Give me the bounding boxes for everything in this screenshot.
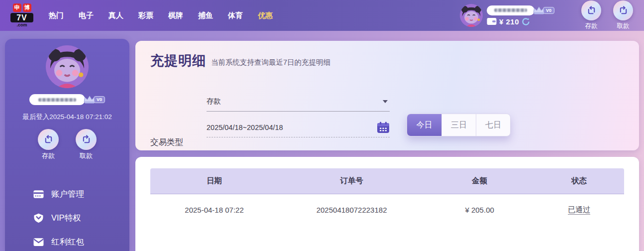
sidebar-vip-crown: V0 <box>83 95 105 104</box>
topbar: 申 博 7V .com 热门 电子 真人 彩票 棋牌 捕鱼 体育 优惠 <box>0 0 644 31</box>
cell-date: 2025-04-18 07:22 <box>150 206 278 214</box>
withdraw-transfer-icon <box>76 129 97 150</box>
nav-item-live[interactable]: 真人 <box>108 11 123 20</box>
filter-panel: 充提明细 当前系统支持查询最近7日的充提明细 交易类型 存款 交易日期 2025… <box>135 41 639 150</box>
tab-seven-days[interactable]: 七日 <box>476 114 510 136</box>
vip-crown: V0 <box>533 6 554 15</box>
sidebar-item-account[interactable]: 账户管理 <box>33 182 129 206</box>
deposit-label: 存款 <box>585 22 598 30</box>
nav-item-slots[interactable]: 电子 <box>79 11 94 20</box>
nav-item-lottery[interactable]: 彩票 <box>138 11 153 20</box>
vip-level-badge: V0 <box>543 7 554 14</box>
transaction-type-label: 交易类型 <box>150 137 183 148</box>
status-approved[interactable]: 已通过 <box>568 205 590 215</box>
user-avatar[interactable] <box>460 4 483 27</box>
vip-level-badge: V0 <box>94 96 105 103</box>
sidebar-menu: 账户管理 VIP特权 红利红包 <box>5 182 129 251</box>
tab-today[interactable]: 今日 <box>407 114 441 136</box>
username-blur <box>494 8 527 12</box>
vip-shield-icon <box>33 213 44 223</box>
wallet-icon <box>487 17 497 25</box>
col-date: 日期 <box>150 176 278 186</box>
page-title: 充提明细 <box>150 52 206 70</box>
logo-badges: 申 博 <box>8 3 36 12</box>
withdraw-button[interactable]: 取款 <box>610 0 636 30</box>
transactions-panel: 日期 订单号 金额 状态 2025-04-18 07:22 2025041807… <box>135 157 639 251</box>
page-header: 充提明细 当前系统支持查询最近7日的充提明细 <box>150 52 330 70</box>
last-login: 最后登入2025-04-18 07:21:02 <box>22 113 111 122</box>
calendar-icon[interactable] <box>377 122 390 133</box>
user-meta: V0 ¥ 210 <box>487 5 554 26</box>
main-nav: 热门 电子 真人 彩票 棋牌 捕鱼 体育 优惠 <box>49 11 273 20</box>
nav-item-fishing[interactable]: 捕鱼 <box>198 11 213 20</box>
sidebar-item-bonus[interactable]: 红利红包 <box>33 230 129 251</box>
deposit-transfer-icon <box>38 129 59 150</box>
withdraw-label: 取款 <box>80 151 93 160</box>
logo-name: 7V <box>10 13 33 22</box>
topbar-quick-actions: 存款 取款 <box>578 0 636 30</box>
withdraw-label: 取款 <box>617 22 630 30</box>
col-amount: 金额 <box>425 176 534 186</box>
refresh-balance-icon[interactable] <box>522 17 530 26</box>
col-status: 状态 <box>534 176 624 186</box>
sidebar-item-label: 红利红包 <box>51 237 84 248</box>
balance-amount: ¥ 210 <box>499 17 519 26</box>
logo-badge-right: 博 <box>23 3 31 12</box>
cell-amount: ¥ 205.00 <box>425 206 534 214</box>
transaction-type-value: 存款 <box>207 97 221 106</box>
sidebar-username-masked <box>29 94 85 105</box>
avatar-illustration <box>460 4 483 27</box>
logo-badge-left: 申 <box>13 3 21 12</box>
logo-tld: .com <box>8 22 36 27</box>
deposit-transfer-icon <box>581 0 601 20</box>
user-info: V0 ¥ 210 <box>460 4 554 27</box>
withdraw-transfer-icon <box>613 0 633 20</box>
sidebar-avatar <box>46 45 89 88</box>
deposit-button[interactable]: 存款 <box>578 0 604 30</box>
nav-item-sports[interactable]: 体育 <box>228 11 243 20</box>
sidebar-quick-actions: 存款 取款 <box>35 129 99 160</box>
sidebar: V0 最后登入2025-04-18 07:21:02 存款 <box>5 39 129 251</box>
site-logo[interactable]: 申 博 7V .com <box>8 3 36 27</box>
username-blur <box>38 98 76 102</box>
deposit-label: 存款 <box>42 151 55 160</box>
sidebar-item-label: VIP特权 <box>51 213 81 224</box>
date-range-tabs: 今日 三日 七日 <box>407 114 511 136</box>
date-range-input[interactable]: 2025/04/18~2025/04/18 <box>207 118 390 137</box>
nav-item-cards[interactable]: 棋牌 <box>168 11 183 20</box>
tab-three-days[interactable]: 三日 <box>441 114 476 136</box>
red-packet-icon <box>33 237 44 247</box>
date-range-value: 2025/04/18~2025/04/18 <box>207 124 283 131</box>
avatar-illustration <box>46 45 89 88</box>
account-card-icon <box>33 189 44 199</box>
page-subtitle: 当前系统支持查询最近7日的充提明细 <box>211 58 330 70</box>
sidebar-deposit-button[interactable]: 存款 <box>35 129 61 160</box>
nav-item-hot[interactable]: 热门 <box>49 11 64 20</box>
sidebar-withdraw-button[interactable]: 取款 <box>73 129 99 160</box>
sidebar-user-row: V0 <box>29 94 105 105</box>
col-order-no: 订单号 <box>278 176 425 186</box>
transaction-type-select[interactable]: 存款 <box>207 92 390 112</box>
cell-order-no: 20250418072223182 <box>278 206 425 214</box>
table-header: 日期 订单号 金额 状态 <box>150 168 624 194</box>
sidebar-item-vip[interactable]: VIP特权 <box>33 206 129 230</box>
sidebar-item-label: 账户管理 <box>51 189 84 200</box>
nav-item-promos[interactable]: 优惠 <box>258 11 273 20</box>
table-row: 2025-04-18 07:22 20250418072223182 ¥ 205… <box>150 194 624 225</box>
screen: 申 博 7V .com 热门 电子 真人 彩票 棋牌 捕鱼 体育 优惠 <box>0 0 644 251</box>
chevron-down-icon <box>383 100 388 103</box>
username-masked <box>487 5 535 15</box>
cell-status: 已通过 <box>534 205 624 215</box>
